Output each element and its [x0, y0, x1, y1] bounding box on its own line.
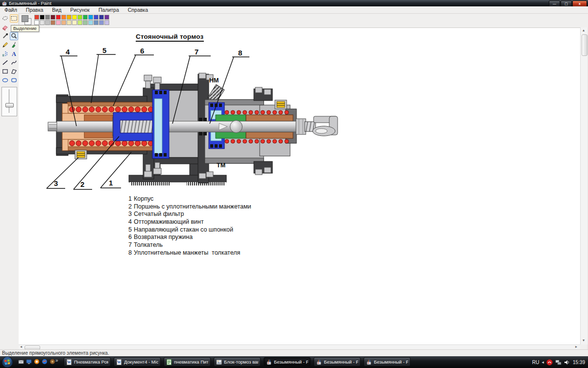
palette-swatch[interactable]: [34, 20, 39, 25]
palette-swatch[interactable]: [77, 20, 82, 25]
language-indicator[interactable]: RU: [532, 360, 539, 365]
clock[interactable]: 15:39: [573, 360, 585, 365]
paint-icon: [366, 359, 372, 365]
tray-collapse-icon[interactable]: ◂: [541, 360, 544, 365]
palette-swatch[interactable]: [72, 20, 77, 25]
menu-file[interactable]: Файл: [0, 6, 22, 13]
svg-text:A: A: [12, 51, 16, 57]
svg-text:4: 4: [66, 48, 70, 56]
palette-swatch[interactable]: [99, 20, 104, 25]
palette-swatch[interactable]: [61, 15, 66, 20]
palette-swatch[interactable]: [83, 20, 88, 25]
palette-swatch[interactable]: [77, 15, 82, 20]
palette-swatch[interactable]: [88, 15, 93, 20]
palette-swatch[interactable]: [40, 20, 45, 25]
palette-swatch[interactable]: [83, 15, 88, 20]
palette-swatch[interactable]: [67, 15, 72, 20]
quicklaunch-desktop-icon[interactable]: [25, 358, 32, 365]
legend-item: Толкатель: [134, 241, 163, 248]
quicklaunch-mail-icon[interactable]: [18, 358, 24, 365]
quicklaunch-overflow-chevron[interactable]: »: [55, 358, 58, 363]
image-file-icon: [216, 359, 222, 365]
green-doc-icon: [166, 359, 172, 365]
legend-item: Оттормаживающий винт: [134, 218, 204, 225]
mesh-filter: [75, 150, 87, 159]
taskbar-button-image[interactable]: Блок-тормоз вагон...: [214, 357, 261, 367]
tool-options-slider[interactable]: [1, 87, 17, 116]
palette-swatch[interactable]: [67, 20, 72, 25]
rectangle-tool[interactable]: [1, 67, 9, 76]
palette-swatch[interactable]: [94, 15, 98, 20]
palette-swatch[interactable]: [50, 15, 55, 20]
quick-launch: [18, 358, 55, 365]
line-tool[interactable]: [1, 58, 9, 67]
polygon-tool[interactable]: [10, 67, 18, 76]
freeform-select-tool[interactable]: [1, 14, 9, 23]
palette-swatch[interactable]: [45, 15, 50, 20]
brush-tool[interactable]: [10, 41, 18, 49]
palette-swatch[interactable]: [34, 15, 39, 20]
eraser-tool[interactable]: [1, 23, 9, 31]
taskbar-button-paint-3[interactable]: Безымянный - Paint: [364, 357, 411, 367]
quicklaunch-browser-icon[interactable]: [41, 358, 48, 365]
taskbar-button-word-2[interactable]: W Документ4 - Micros...: [114, 357, 161, 367]
taskbar-button-presentation[interactable]: пневматика Питер: [164, 357, 211, 367]
palette-swatch[interactable]: [88, 20, 93, 25]
palette-swatch[interactable]: [56, 20, 61, 25]
pencil-tool[interactable]: [1, 41, 9, 49]
magnifier-tool[interactable]: [10, 32, 18, 40]
taskbar-button-word-1[interactable]: W Пневматика Роман...: [64, 357, 111, 367]
tm-port-label: ТМ: [217, 162, 225, 169]
menu-view[interactable]: Вид: [48, 6, 66, 13]
scroll-right-icon[interactable]: ▸: [575, 345, 577, 349]
vertical-scrollbar[interactable]: ▴ ▾: [580, 27, 588, 344]
text-tool-icon: A: [10, 50, 18, 57]
menu-palette[interactable]: Палитра: [94, 6, 123, 13]
palette-swatch[interactable]: [104, 15, 109, 20]
rect-select-tool[interactable]: [10, 14, 18, 23]
color-picker-tool[interactable]: [1, 32, 9, 40]
line-icon: [1, 59, 9, 66]
menu-image[interactable]: Рисунок: [66, 6, 94, 13]
word-doc-icon: W: [116, 359, 122, 365]
palette-swatch[interactable]: [94, 20, 98, 25]
scroll-down-icon[interactable]: ▾: [583, 339, 585, 342]
taskbar-button-paint-active[interactable]: Безымянный - Paint: [264, 357, 311, 367]
legend-item: Поршень с уплотнительными манжетами: [134, 203, 251, 210]
antivirus-tray-icon[interactable]: [546, 359, 553, 366]
palette-swatch[interactable]: [40, 15, 45, 20]
menu-help[interactable]: Справка: [123, 6, 152, 13]
rectangle-icon: [1, 68, 9, 75]
network-tray-icon[interactable]: [555, 359, 562, 366]
palette-swatch[interactable]: [104, 20, 109, 25]
palette-swatch[interactable]: [99, 15, 104, 20]
start-button[interactable]: [1, 356, 13, 368]
rounded-rectangle-tool[interactable]: [10, 76, 18, 84]
quicklaunch-mediaplayer-icon[interactable]: [33, 358, 40, 365]
current-colors-indicator[interactable]: [21, 15, 32, 26]
drawing-canvas[interactable]: Стояночный тормоз: [19, 27, 580, 345]
airbrush-tool[interactable]: [1, 50, 9, 58]
palette-swatch[interactable]: [56, 15, 61, 20]
parts-legend: 1Корпус 2Поршень с уплотнительными манже…: [127, 195, 251, 257]
ellipse-tool[interactable]: [1, 76, 9, 84]
brake-cylinder-diagram: 4 5 6 7 8 3 2 1: [19, 28, 580, 345]
scroll-up-icon[interactable]: ▴: [583, 28, 585, 32]
text-tool[interactable]: A: [10, 50, 18, 58]
palette-swatch[interactable]: [45, 20, 50, 25]
curve-tool[interactable]: [10, 58, 18, 67]
volume-tray-icon[interactable]: [564, 359, 570, 366]
magnifier-icon: [10, 32, 18, 40]
freeform-select-icon: [1, 15, 9, 22]
palette-swatch[interactable]: [50, 20, 55, 25]
quicklaunch-app-icon[interactable]: [49, 358, 55, 365]
slider-handle[interactable]: [5, 103, 14, 107]
paint-icon: [316, 359, 322, 365]
vertical-scroll-thumb[interactable]: [582, 34, 588, 56]
taskbar-button-paint-2[interactable]: Безымянный - Paint: [314, 357, 361, 367]
palette-swatch[interactable]: [72, 15, 77, 20]
palette-swatch[interactable]: [61, 20, 66, 25]
color-palette: [34, 15, 109, 26]
menu-edit[interactable]: Правка: [22, 6, 48, 13]
scroll-left-icon[interactable]: ◂: [20, 345, 22, 349]
